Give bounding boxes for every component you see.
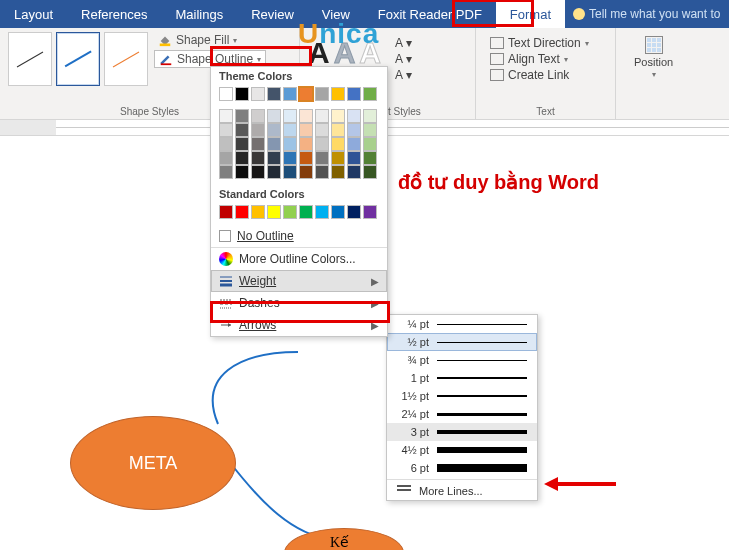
color-swatch[interactable] (219, 123, 233, 137)
color-swatch[interactable] (235, 165, 249, 179)
color-swatch[interactable] (299, 205, 313, 219)
color-swatch[interactable] (283, 87, 297, 101)
color-swatch[interactable] (283, 109, 297, 123)
tell-me-search[interactable]: Tell me what you want to (573, 7, 720, 21)
color-swatch[interactable] (347, 87, 361, 101)
color-swatch[interactable] (283, 205, 297, 219)
color-swatch[interactable] (315, 205, 329, 219)
color-swatch[interactable] (235, 151, 249, 165)
color-swatch[interactable] (363, 109, 377, 123)
color-swatch[interactable] (363, 137, 377, 151)
color-swatch[interactable] (315, 87, 329, 101)
color-swatch[interactable] (299, 87, 313, 101)
shape-fill-button[interactable]: Shape Fill ▾ (154, 32, 266, 48)
color-swatch[interactable] (219, 137, 233, 151)
text-direction-button[interactable]: Text Direction▾ (490, 36, 601, 50)
color-swatch[interactable] (267, 87, 281, 101)
color-swatch[interactable] (363, 165, 377, 179)
shape-style-3[interactable] (104, 32, 148, 86)
position-button[interactable]: Position ▾ (624, 32, 683, 83)
color-swatch[interactable] (347, 205, 361, 219)
color-swatch[interactable] (267, 137, 281, 151)
color-swatch[interactable] (267, 123, 281, 137)
weight-submenu-item[interactable]: Weight ▶ (211, 270, 387, 292)
color-swatch[interactable] (235, 123, 249, 137)
text-outline-btn[interactable]: A ▾ (395, 52, 412, 66)
color-swatch[interactable] (363, 123, 377, 137)
color-swatch[interactable] (267, 165, 281, 179)
weight-option[interactable]: 2¼ pt (387, 405, 537, 423)
color-swatch[interactable] (251, 87, 265, 101)
color-swatch[interactable] (235, 205, 249, 219)
create-link-button[interactable]: Create Link (490, 68, 601, 82)
color-swatch[interactable] (283, 123, 297, 137)
tab-foxit[interactable]: Foxit Reader PDF (364, 0, 496, 28)
color-swatch[interactable] (347, 165, 361, 179)
color-swatch[interactable] (299, 137, 313, 151)
color-swatch[interactable] (251, 151, 265, 165)
color-swatch[interactable] (235, 87, 249, 101)
color-swatch[interactable] (331, 151, 345, 165)
weight-option[interactable]: 3 pt (387, 423, 537, 441)
color-swatch[interactable] (331, 87, 345, 101)
color-swatch[interactable] (219, 87, 233, 101)
color-swatch[interactable] (251, 137, 265, 151)
color-swatch[interactable] (267, 109, 281, 123)
weight-option[interactable]: ¼ pt (387, 315, 537, 333)
color-swatch[interactable] (299, 109, 313, 123)
color-swatch[interactable] (251, 205, 265, 219)
meta-shape[interactable]: META (70, 416, 236, 510)
color-swatch[interactable] (347, 151, 361, 165)
text-fill-btn[interactable]: A ▾ (395, 36, 412, 50)
weight-option[interactable]: 4½ pt (387, 441, 537, 459)
no-outline-item[interactable]: No Outline (211, 225, 387, 247)
color-swatch[interactable] (251, 123, 265, 137)
tab-layout[interactable]: Layout (0, 0, 67, 28)
color-swatch[interactable] (251, 165, 265, 179)
tab-mailings[interactable]: Mailings (162, 0, 238, 28)
color-swatch[interactable] (219, 165, 233, 179)
more-lines-item[interactable]: More Lines... (387, 482, 537, 500)
color-swatch[interactable] (363, 87, 377, 101)
color-swatch[interactable] (219, 109, 233, 123)
color-swatch[interactable] (235, 109, 249, 123)
color-swatch[interactable] (331, 123, 345, 137)
color-swatch[interactable] (331, 137, 345, 151)
shape-style-2[interactable] (56, 32, 100, 86)
color-swatch[interactable] (347, 123, 361, 137)
color-swatch[interactable] (267, 151, 281, 165)
color-swatch[interactable] (299, 151, 313, 165)
color-swatch[interactable] (219, 151, 233, 165)
color-swatch[interactable] (347, 109, 361, 123)
color-swatch[interactable] (235, 137, 249, 151)
weight-option[interactable]: 6 pt (387, 459, 537, 477)
connector-up[interactable] (178, 346, 338, 426)
color-swatch[interactable] (315, 137, 329, 151)
color-swatch[interactable] (331, 205, 345, 219)
tab-format[interactable]: Format (496, 0, 565, 28)
color-swatch[interactable] (299, 165, 313, 179)
tab-references[interactable]: References (67, 0, 161, 28)
shape-style-gallery[interactable] (8, 32, 148, 86)
color-swatch[interactable] (283, 165, 297, 179)
dashes-submenu-item[interactable]: Dashes ▶ (211, 292, 387, 314)
document-canvas[interactable]: Unica đồ tư duy bằng Word META Kế Theme … (0, 136, 729, 550)
weight-option[interactable]: ½ pt (387, 333, 537, 351)
color-swatch[interactable] (363, 205, 377, 219)
color-swatch[interactable] (283, 151, 297, 165)
color-swatch[interactable] (331, 165, 345, 179)
weight-option[interactable]: ¾ pt (387, 351, 537, 369)
color-swatch[interactable] (363, 151, 377, 165)
text-effects-btn[interactable]: A ▾ (395, 68, 412, 82)
weight-option[interactable]: 1 pt (387, 369, 537, 387)
color-swatch[interactable] (283, 137, 297, 151)
color-swatch[interactable] (331, 109, 345, 123)
color-swatch[interactable] (299, 123, 313, 137)
color-swatch[interactable] (267, 205, 281, 219)
shape-style-1[interactable] (8, 32, 52, 86)
color-swatch[interactable] (315, 165, 329, 179)
color-swatch[interactable] (219, 205, 233, 219)
color-swatch[interactable] (251, 109, 265, 123)
color-swatch[interactable] (347, 137, 361, 151)
more-outline-colors-item[interactable]: More Outline Colors... (211, 248, 387, 270)
